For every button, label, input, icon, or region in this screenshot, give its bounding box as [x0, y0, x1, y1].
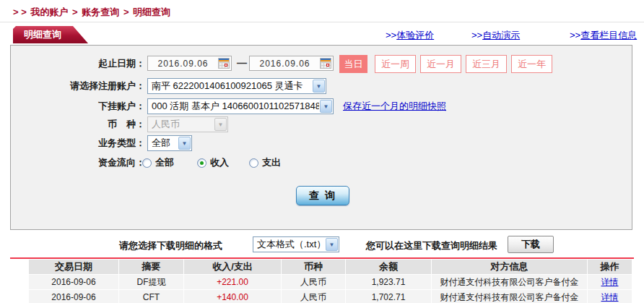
sub-account-value: 000 活期 基本户 1406600101102571848 [148, 100, 319, 113]
fund-flow-row: 资金流向： 全部 收入 支出 [11, 154, 632, 171]
cell-currency: 人民币 [282, 275, 346, 289]
sub-account-label: 下挂账户： [11, 100, 145, 113]
breadcrumb-separator: > [72, 7, 78, 17]
sub-account-row: 下挂账户： 000 活期 基本户 1406600101102571848 ▼ 保… [11, 98, 632, 115]
quick-range-month-button[interactable]: 近一月 [420, 55, 461, 73]
breadcrumb-item-my-account[interactable]: 我的账户 [30, 7, 68, 17]
quick-range-year-button[interactable]: 近一年 [511, 55, 552, 73]
header-amount: 收入/支出 [184, 260, 282, 274]
save-snapshot-link[interactable]: 保存近一个月的明细快照 [343, 100, 446, 113]
header-currency: 币种 [282, 260, 346, 274]
cell-amount: +140.00 [184, 290, 282, 303]
register-account-row: 请选择注册账户： 南平 6222001406100921065 灵通卡 ▼ [11, 77, 632, 95]
date-from-input[interactable]: 2016.09.06 [147, 56, 232, 71]
biz-type-label: 业务类型： [11, 137, 145, 150]
link-label: 查看栏目信息 [580, 30, 637, 40]
currency-select: 人民币 ▼ [147, 116, 228, 132]
radio-button-checked[interactable] [197, 158, 206, 168]
biz-type-row: 业务类型： 全部 ▼ [11, 135, 632, 152]
table-top-divider [10, 257, 634, 259]
download-format-value: 文本格式（.txt） [253, 238, 325, 251]
cell-date: 2016-09-06 [29, 275, 119, 289]
calendar-icon[interactable] [320, 58, 331, 69]
download-format-select[interactable]: 文本格式（.txt） ▼ [253, 236, 339, 252]
cell-summary: DF提现 [119, 275, 184, 289]
flow-radio-expense[interactable]: 支出 [249, 156, 281, 169]
date-range-row: 起止日期： 2016.09.06 — 2016.09.06 当日 近一周 近一月… [11, 55, 632, 72]
header-counterparty: 对方信息 [432, 260, 588, 274]
cell-currency: 人民币 [282, 290, 346, 303]
breadcrumb-item-account-query[interactable]: 账务查询 [82, 7, 119, 17]
date-range-dash: — [237, 57, 247, 69]
radio-button[interactable] [142, 158, 152, 168]
biz-type-select[interactable]: 全部 ▼ [147, 135, 192, 151]
fund-flow-label: 资金流向： [11, 156, 145, 169]
table-header-row: 交易日期 摘要 收入/支出 币种 余额 对方信息 操作 [29, 260, 632, 274]
link-auto-demo[interactable]: >>自动演示 [471, 29, 520, 42]
chevron-down-icon: ▼ [214, 118, 227, 131]
link-label: 自动演示 [482, 30, 520, 40]
quick-range-3month-button[interactable]: 近三月 [466, 55, 507, 73]
download-button[interactable]: 下载 [508, 236, 554, 253]
flow-radio-income[interactable]: 收入 [197, 156, 229, 169]
header-action: 操作 [588, 260, 632, 274]
detail-link[interactable]: 详情 [601, 276, 619, 289]
currency-value: 人民币 [148, 118, 214, 131]
sub-account-select[interactable]: 000 活期 基本户 1406600101102571848 ▼ [147, 98, 334, 114]
cell-counterparty: 财付通支付科技有限公司客户备付金 [432, 275, 588, 289]
breadcrumb-prefix: > > [13, 7, 27, 17]
query-form-panel: 起止日期： 2016.09.06 — 2016.09.06 当日 近一周 近一月… [10, 45, 632, 230]
detail-link[interactable]: 详情 [601, 291, 619, 303]
cell-balance: 1,702.71 [346, 290, 432, 303]
date-to-value: 2016.09.06 [250, 59, 320, 69]
chevron-down-icon: ▼ [313, 80, 325, 93]
chevron-down-icon: ▼ [326, 238, 338, 251]
cell-amount: +221.00 [184, 275, 282, 289]
link-view-column-info[interactable]: >>查看栏目信息 [570, 29, 637, 42]
cell-summary: CFT [119, 290, 184, 303]
detail-query-page: > > 我的账户 > 账务查询 > 明细查询 明细查询 >>体验评价 >>自动演… [0, 0, 644, 303]
radio-button[interactable] [249, 158, 258, 168]
cell-counterparty: 财付通支付科技有限公司客户备付金 [432, 290, 588, 303]
tab-detail-query[interactable]: 明细查询 [13, 26, 88, 43]
chevron-down-icon: ▼ [178, 137, 191, 150]
table-row: 2016-09-06 CFT +140.00 人民币 1,702.71 财付通支… [29, 290, 632, 303]
date-to-input[interactable]: 2016.09.06 [249, 56, 334, 71]
link-experience-review[interactable]: >>体验评价 [386, 29, 434, 42]
download-format-label: 请您选择下载明细的格式 [119, 239, 222, 252]
biz-type-value: 全部 [148, 137, 178, 150]
breadcrumb: > > 我的账户 > 账务查询 > 明细查询 [13, 6, 172, 19]
breadcrumb-item-detail-query[interactable]: 明细查询 [133, 7, 170, 17]
download-hint: 您可以在这里下载查询明细结果 [366, 239, 497, 252]
register-account-select[interactable]: 南平 6222001406100921065 灵通卡 ▼ [147, 78, 326, 94]
link-label: 体验评价 [396, 30, 434, 40]
link-prefix: >> [386, 30, 396, 40]
radio-label: 全部 [155, 156, 174, 169]
register-account-label: 请选择注册账户： [11, 80, 145, 93]
date-range-label: 起止日期： [11, 57, 145, 70]
calendar-icon[interactable] [218, 58, 230, 69]
cell-date: 2016-09-06 [29, 290, 119, 303]
table-row: 2016-09-06 DF提现 +221.00 人民币 1,923.71 财付通… [29, 275, 632, 289]
header-date: 交易日期 [29, 260, 119, 274]
currency-label: 币 种： [11, 118, 145, 131]
radio-label: 支出 [262, 156, 281, 169]
link-prefix: >> [471, 30, 482, 40]
header-summary: 摘要 [119, 260, 184, 274]
quick-range-today-button[interactable]: 当日 [339, 55, 367, 73]
divider [0, 22, 644, 22]
register-account-value: 南平 6222001406100921065 灵通卡 [148, 80, 312, 93]
date-from-value: 2016.09.06 [148, 59, 218, 69]
flow-radio-all[interactable]: 全部 [142, 156, 174, 169]
radio-label: 收入 [210, 156, 229, 169]
query-button[interactable]: 查 询 [296, 186, 349, 205]
currency-row: 币 种： 人民币 ▼ [11, 116, 632, 133]
cell-balance: 1,923.71 [346, 275, 432, 289]
link-prefix: >> [570, 30, 580, 40]
chevron-down-icon: ▼ [320, 100, 332, 113]
quick-range-week-button[interactable]: 近一周 [375, 55, 416, 73]
header-balance: 余额 [346, 260, 432, 274]
transactions-table: 交易日期 摘要 收入/支出 币种 余额 对方信息 操作 2016-09-06 D… [29, 260, 632, 303]
breadcrumb-separator: > [123, 7, 129, 17]
